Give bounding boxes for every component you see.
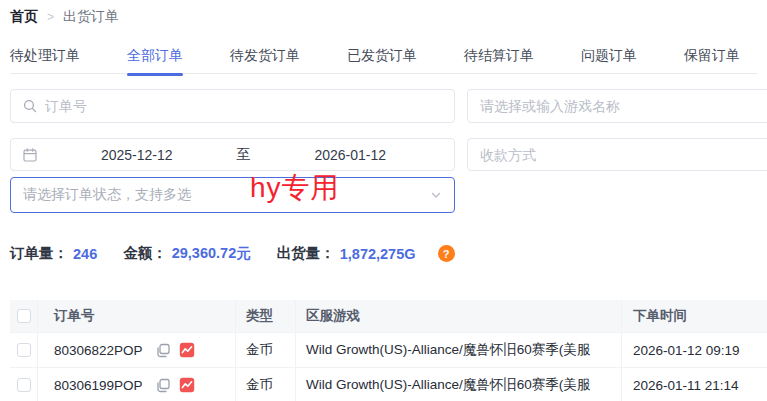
order-status-select[interactable]: 请选择订单状态，支持多选: [10, 177, 455, 213]
search-icon: [23, 99, 37, 113]
payment-method-input[interactable]: [480, 147, 767, 163]
column-header-order-no: 订单号: [38, 300, 236, 332]
order-number-field[interactable]: [10, 89, 455, 123]
amount-label: 金额：: [123, 244, 167, 263]
breadcrumb-current: 出货订单: [63, 8, 119, 26]
tab-shipped-orders[interactable]: 已发货订单: [347, 41, 417, 73]
tab-pending-orders[interactable]: 待处理订单: [10, 41, 80, 73]
order-no-value: 80306199POP: [54, 378, 143, 393]
hy-annotation-text: hy专用: [250, 169, 340, 207]
summary-stats: 订单量： 246 金额： 29,360.72元 出货量： 1,872,275G …: [10, 244, 455, 263]
breadcrumb-home-link[interactable]: 首页: [10, 8, 38, 26]
date-end-value[interactable]: 2026-01-12: [259, 147, 443, 163]
game-server-value: Wild Growth(US)-Alliance/魔兽怀旧60赛季(美服: [296, 333, 622, 367]
tab-held-orders[interactable]: 保留订单: [684, 41, 740, 73]
breadcrumb: 首页 > 出货订单: [10, 8, 119, 26]
order-time-value: 2026-01-11 21:14: [622, 368, 767, 401]
row-checkbox[interactable]: [17, 343, 31, 357]
breadcrumb-separator: >: [47, 10, 54, 24]
date-range-separator: 至: [237, 146, 251, 164]
copy-icon[interactable]: [156, 343, 171, 358]
game-name-field[interactable]: [467, 89, 767, 123]
amount-value: 29,360.72元: [172, 244, 251, 263]
table-row: 80306822POP 金币 Wild Growth(US)-Alliance/…: [10, 333, 767, 368]
calendar-icon: [23, 148, 37, 162]
select-all-checkbox[interactable]: [17, 309, 31, 323]
shipment-value: 1,872,275G: [340, 246, 416, 262]
order-count-label: 订单量：: [10, 244, 68, 263]
column-header-game: 区服游戏: [296, 300, 622, 332]
date-range-picker[interactable]: 2025-12-12 至 2026-01-12: [10, 138, 455, 171]
price-trend-icon[interactable]: [179, 377, 195, 393]
order-number-input[interactable]: [45, 98, 442, 114]
game-server-value: Wild Growth(US)-Alliance/魔兽怀旧60赛季(美服: [296, 368, 622, 401]
column-header-type: 类型: [236, 300, 296, 332]
order-type-value: 金币: [236, 333, 296, 367]
price-trend-icon[interactable]: [179, 342, 195, 358]
copy-icon[interactable]: [156, 378, 171, 393]
column-header-order-time: 下单时间: [622, 300, 767, 332]
tab-problem-orders[interactable]: 问题订单: [581, 41, 637, 73]
order-no-value: 80306822POP: [54, 343, 143, 358]
table-row: 80306199POP 金币 Wild Growth(US)-Alliance/…: [10, 368, 767, 401]
order-tabs: 待处理订单 全部订单 待发货订单 已发货订单 待结算订单 问题订单 保留订单: [10, 41, 757, 74]
payment-method-field[interactable]: [467, 138, 767, 171]
date-start-value[interactable]: 2025-12-12: [45, 147, 229, 163]
order-count-value: 246: [73, 246, 97, 262]
game-name-input[interactable]: [480, 98, 767, 114]
orders-table: 订单号 类型 区服游戏 下单时间 80306822POP 金币 Wild Gro…: [10, 300, 767, 401]
order-type-value: 金币: [236, 368, 296, 401]
chevron-down-icon: [430, 189, 442, 201]
table-header-row: 订单号 类型 区服游戏 下单时间: [10, 300, 767, 333]
order-time-value: 2026-01-12 09:19: [622, 333, 767, 367]
tab-to-ship-orders[interactable]: 待发货订单: [230, 41, 300, 73]
help-icon[interactable]: ?: [438, 245, 455, 262]
order-status-placeholder: 请选择订单状态，支持多选: [23, 186, 422, 204]
shipment-label: 出货量：: [277, 244, 335, 263]
tab-all-orders[interactable]: 全部订单: [127, 41, 183, 73]
row-checkbox[interactable]: [17, 378, 31, 392]
tab-to-settle-orders[interactable]: 待结算订单: [464, 41, 534, 73]
